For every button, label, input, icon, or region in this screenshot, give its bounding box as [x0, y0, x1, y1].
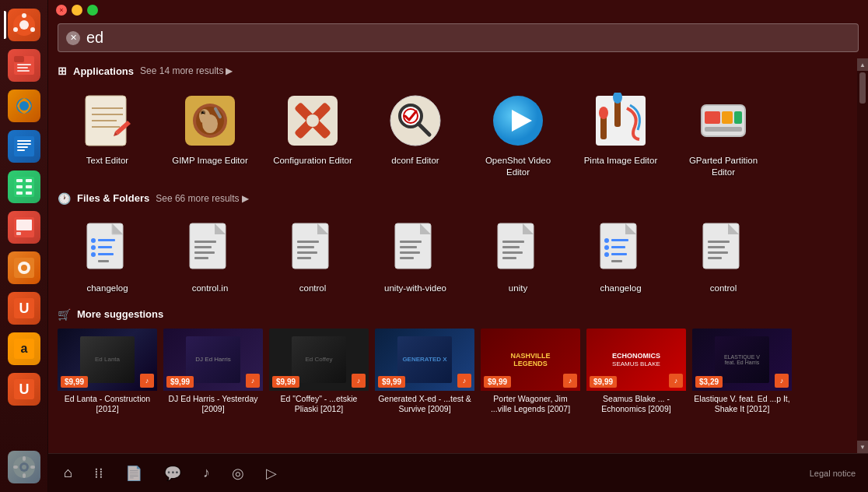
svg-rect-113: [502, 246, 520, 248]
svg-text:U: U: [19, 300, 29, 316]
music-ed-lanta[interactable]: Ed Lanta $9,99 ♪ Ed Lanta - Construction…: [58, 329, 157, 418]
bottom-nav-video[interactable]: ▷: [263, 462, 280, 485]
svg-rect-119: [611, 239, 628, 241]
music-seamus[interactable]: ECHONOMICSSEAMUS BLAKE $9,99 ♪ Seamus Bl…: [586, 329, 686, 418]
legal-notice[interactable]: Legal notice: [810, 469, 856, 478]
music-note-icon6: ♪: [669, 374, 683, 388]
music-ed-coffey[interactable]: Ed Coffey $9,99 ♪ Ed "Coffey" - ...etski…: [269, 329, 369, 418]
bottom-nav-files[interactable]: 📄: [122, 462, 145, 485]
svg-rect-128: [708, 246, 725, 248]
file-unity-with-video[interactable]: unity-with-video: [366, 213, 465, 300]
applications-icon: ⊞: [58, 65, 67, 77]
sidebar-item-present[interactable]: [5, 209, 43, 246]
svg-rect-108: [400, 251, 420, 254]
music-generated[interactable]: GENERATED X $9,99 ♪ Generated X-ed - ...…: [375, 329, 474, 418]
sidebar-item-files[interactable]: [5, 47, 43, 84]
svg-rect-127: [708, 241, 730, 243]
app-gparted[interactable]: GParted Partition Editor: [674, 85, 773, 184]
applications-more[interactable]: See 14 more results ▶: [140, 65, 233, 76]
svg-point-11: [19, 101, 29, 111]
music-dj-ed[interactable]: DJ Ed Harris $9,99 ♪ DJ Ed Harris - Yest…: [163, 329, 263, 418]
music-note-icon2: ♪: [246, 374, 260, 388]
music-porter-label: Porter Wagoner, Jim ...ville Legends [20…: [481, 391, 580, 418]
music-generated-label: Generated X-ed - ...test & Survive [2009…: [375, 391, 474, 418]
svg-rect-91: [98, 260, 109, 262]
sidebar-item-amazon[interactable]: a: [5, 330, 43, 367]
file-control-in[interactable]: control.in: [160, 213, 260, 300]
app-openshot[interactable]: OpenShot Video Editor: [468, 85, 568, 184]
sidebar-item-calc[interactable]: [5, 168, 43, 206]
svg-text:a: a: [20, 342, 27, 355]
svg-rect-19: [26, 179, 32, 182]
music-elastique[interactable]: ELASTIQUE Vfeat. Ed Harris $3,29 ♪ Elast…: [692, 329, 792, 418]
sidebar-item-firefox[interactable]: [5, 87, 43, 125]
scrollbar-thumb[interactable]: [859, 72, 866, 104]
scrollbar: ▲ ▼: [857, 58, 868, 453]
music-seamus-label: Seamus Blake ... - Echonomics [2009]: [586, 391, 686, 418]
svg-rect-124: [611, 260, 622, 262]
svg-rect-97: [194, 257, 208, 259]
app-config-editor[interactable]: Configuration Editor: [263, 85, 362, 184]
svg-rect-94: [194, 241, 216, 243]
svg-rect-80: [734, 111, 742, 124]
bottom-nav: ⌂ ⁞⁞ 📄 💬 ♪ ◎ ▷: [61, 462, 280, 485]
svg-rect-16: [17, 149, 25, 151]
bottom-nav-music[interactable]: ♪: [200, 462, 213, 484]
content-scroll: ⊞ Applications See 14 more results ▶: [48, 58, 857, 453]
svg-point-120: [604, 245, 609, 250]
svg-rect-41: [13, 466, 18, 469]
close-button[interactable]: ×: [56, 5, 67, 16]
sidebar-item-ubuntu-one[interactable]: U: [5, 290, 43, 327]
music-ed-coffey-price: $9,99: [272, 376, 299, 388]
bottom-nav-apps[interactable]: ⁞⁞: [91, 462, 107, 485]
music-porter[interactable]: NASHVILLELEGENDS $9,99 ♪ Porter Wagoner,…: [481, 329, 580, 418]
sidebar-item-ubuntu-home[interactable]: [5, 6, 43, 44]
svg-rect-9: [17, 70, 30, 72]
scrollbar-down[interactable]: ▼: [857, 441, 868, 453]
maximize-button[interactable]: [87, 5, 98, 16]
app-pinta[interactable]: Pinta Image Editor: [571, 85, 670, 184]
app-gparted-label: GParted Partition Editor: [678, 155, 768, 178]
music-dj-ed-label: DJ Ed Harris - Yesterday [2009]: [163, 391, 263, 418]
app-gimp[interactable]: GIMP Image Editor: [160, 85, 260, 184]
svg-rect-114: [502, 251, 523, 254]
sidebar-item-software[interactable]: [5, 249, 43, 286]
file-control2[interactable]: control: [674, 213, 773, 300]
music-ed-coffey-label: Ed "Coffey" - ...etskie Pliaski [2012]: [269, 391, 369, 418]
app-dconf-editor[interactable]: dconf Editor: [366, 85, 465, 184]
window-controls: ×: [48, 0, 106, 17]
sidebar-item-settings[interactable]: [5, 448, 43, 486]
file-changelog2[interactable]: changelog: [571, 213, 670, 300]
applications-label: Applications: [73, 65, 134, 77]
music-note-icon4: ♪: [457, 374, 471, 388]
app-dconf-editor-label: dconf Editor: [391, 155, 439, 167]
file-control[interactable]: control: [263, 213, 362, 300]
bottom-nav-home[interactable]: ⌂: [61, 462, 75, 484]
search-input[interactable]: [86, 29, 850, 47]
app-text-editor[interactable]: Text Editor: [58, 85, 157, 184]
music-generated-price: $9,99: [378, 376, 405, 388]
file-unity[interactable]: unity: [468, 213, 568, 300]
svg-point-3: [30, 27, 35, 32]
music-seamus-price: $9,99: [590, 376, 617, 388]
svg-point-85: [91, 238, 96, 243]
svg-point-59: [200, 114, 206, 123]
sidebar-item-writer[interactable]: [5, 128, 43, 165]
search-clear-button[interactable]: ✕: [66, 31, 80, 45]
sidebar-item-ubuntu-music[interactable]: U: [5, 371, 43, 408]
file-changelog1[interactable]: changelog: [58, 213, 157, 300]
files-more[interactable]: See 66 more results ▶: [156, 193, 248, 204]
scrollbar-up[interactable]: ▲: [857, 58, 868, 71]
svg-rect-8: [17, 67, 28, 69]
suggestions-section-header: 🛒 More suggestions: [58, 308, 842, 321]
svg-point-58: [204, 112, 205, 113]
svg-rect-112: [502, 241, 524, 243]
svg-rect-115: [502, 257, 516, 259]
svg-point-118: [604, 238, 609, 243]
file-unity-with-video-label: unity-with-video: [384, 283, 446, 294]
bottom-nav-photos[interactable]: ◎: [229, 462, 247, 485]
file-unity-label: unity: [509, 283, 527, 294]
bottom-nav-social[interactable]: 💬: [161, 462, 184, 485]
minimize-button[interactable]: [72, 5, 82, 16]
svg-rect-22: [16, 192, 23, 195]
